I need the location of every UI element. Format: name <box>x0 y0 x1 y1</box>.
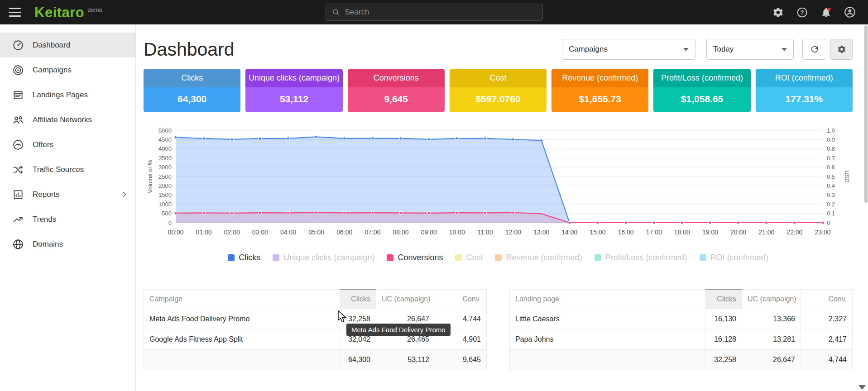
column-header-conv[interactable]: Conv. <box>801 289 853 309</box>
svg-text:0.9: 0.9 <box>827 136 835 143</box>
svg-text:14:00: 14:00 <box>561 229 577 236</box>
legend-label: Clicks <box>239 253 260 262</box>
svg-text:0.6: 0.6 <box>827 164 835 171</box>
column-header-clicks[interactable]: Clicks <box>706 289 742 309</box>
metric-card-value: 9,645 <box>348 87 445 112</box>
offers-icon <box>12 139 24 151</box>
column-header-uc-campaign[interactable]: UC (campaign) <box>742 289 801 309</box>
total-cell: 26,647 <box>742 350 801 370</box>
svg-text:4500: 4500 <box>158 136 172 143</box>
svg-text:00:00: 00:00 <box>168 229 183 236</box>
svg-text:12:00: 12:00 <box>505 229 521 236</box>
svg-text:03:00: 03:00 <box>252 229 268 236</box>
metric-card-roi-confirmed[interactable]: ROI (confirmed)177.31% <box>756 69 853 112</box>
metric-card-label: Clicks <box>144 69 240 87</box>
scroll-down-arrow-icon[interactable] <box>858 385 866 390</box>
sidebar-item-label: Dashboard <box>33 41 70 50</box>
legend-swatch <box>228 254 235 261</box>
refresh-button[interactable] <box>802 39 826 60</box>
page-title: Dashboard <box>144 39 235 60</box>
sidebar-item-reports[interactable]: Reports <box>0 182 135 207</box>
legend-swatch <box>273 254 279 261</box>
metric-card-cost[interactable]: Cost$597.0760 <box>450 69 547 112</box>
legend-label: Cost <box>466 253 483 262</box>
column-header-landing-page[interactable]: Landing page <box>510 289 706 309</box>
metric-card-value: $597.0760 <box>450 87 547 112</box>
svg-text:15:00: 15:00 <box>590 229 605 236</box>
total-cell: 64,300 <box>340 350 376 370</box>
legend-label: Unique clicks (campaign) <box>283 253 374 262</box>
chart-legend: ClicksUnique clicks (campaign)Conversion… <box>144 250 853 265</box>
legend-item-conversions[interactable]: Conversions <box>387 253 443 262</box>
svg-text:08:00: 08:00 <box>393 229 409 236</box>
legend-item-roi-confirmed[interactable]: ROI (confirmed) <box>700 253 768 262</box>
table-row[interactable]: Little Caesars16,13013,3662,327 <box>510 309 853 329</box>
svg-text:0.5: 0.5 <box>827 173 835 180</box>
hamburger-menu-button[interactable] <box>9 7 23 18</box>
help-icon[interactable]: ? <box>796 6 808 19</box>
sidebar-item-label: Trends <box>33 215 56 224</box>
sidebar-item-domains[interactable]: Domains <box>0 232 135 257</box>
logo[interactable]: Keitaro demo <box>34 5 102 19</box>
metric-card-label: ROI (confirmed) <box>756 69 853 87</box>
metric-card-label: Unique clicks (campaign) <box>245 69 342 87</box>
search-box <box>326 4 543 21</box>
metric-card-unique-clicks-campaign[interactable]: Unique clicks (campaign)53,112 <box>245 69 342 112</box>
sidebar-item-trends[interactable]: Trends <box>0 207 135 232</box>
chevron-down-icon <box>683 48 689 51</box>
settings-gear-icon[interactable] <box>772 6 784 19</box>
column-header-conv[interactable]: Conv. <box>435 289 487 309</box>
column-header-campaign[interactable]: Campaign <box>144 289 340 309</box>
landing-pages-icon <box>12 89 24 101</box>
account-avatar-icon[interactable] <box>844 6 856 19</box>
row-name-cell: Meta Ads Food Delivery Promo <box>144 309 340 329</box>
legend-swatch <box>700 254 706 261</box>
metric-card-revenue-confirmed[interactable]: Revenue (confirmed)$1,655.73 <box>551 69 648 112</box>
svg-text:2000: 2000 <box>158 182 172 189</box>
sidebar-item-campaigns[interactable]: Campaigns <box>0 57 135 82</box>
column-header-clicks[interactable]: Clicks <box>340 289 376 309</box>
svg-text:11:00: 11:00 <box>477 229 493 236</box>
svg-text:22:00: 22:00 <box>786 229 802 236</box>
svg-text:01:00: 01:00 <box>196 229 212 236</box>
notifications-bell-icon[interactable] <box>820 6 832 19</box>
row-value-cell: 2,327 <box>801 309 853 329</box>
date-range-select[interactable]: Today <box>706 39 794 60</box>
dashboard-icon <box>12 39 24 51</box>
sidebar-item-landings-pages[interactable]: Landings Pages <box>0 82 135 107</box>
sidebar-item-offers[interactable]: Offers <box>0 132 135 157</box>
metric-cards-row: Clicks64,300Unique clicks (campaign)53,1… <box>144 69 853 112</box>
svg-text:13:00: 13:00 <box>533 229 549 236</box>
legend-item-cost[interactable]: Cost <box>455 253 483 262</box>
sidebar-item-dashboard[interactable]: Dashboard <box>0 33 135 57</box>
totals-row: 32,25826,6474,744 <box>510 350 853 370</box>
svg-text:10:00: 10:00 <box>449 229 465 236</box>
search-input[interactable] <box>345 8 537 17</box>
legend-item-unique-clicks-campaign[interactable]: Unique clicks (campaign) <box>273 253 374 262</box>
column-header-uc-campaign[interactable]: UC (campaign) <box>376 289 435 309</box>
legend-item-revenue-confirmed[interactable]: Revenue (confirmed) <box>495 253 582 262</box>
legend-label: ROI (confirmed) <box>710 253 768 262</box>
traffic-sources-icon <box>12 164 24 176</box>
metric-card-conversions[interactable]: Conversions9,645 <box>348 69 445 112</box>
dashboard-settings-button[interactable] <box>830 39 853 60</box>
svg-text:1.0: 1.0 <box>827 127 835 134</box>
svg-text:1000: 1000 <box>158 201 172 208</box>
svg-text:23:00: 23:00 <box>815 229 830 236</box>
svg-text:2500: 2500 <box>158 173 172 180</box>
legend-item-profit-loss-confirmed[interactable]: Profit/Loss (confirmed) <box>595 253 687 262</box>
sidebar-item-traffic-sources[interactable]: Traffic Sources <box>0 157 135 182</box>
sidebar-item-affiliate-networks[interactable]: Affiliate Networks <box>0 107 135 132</box>
grouping-select-value: Campaigns <box>569 45 608 54</box>
row-name-cell: Papa Johns <box>510 329 706 350</box>
page-header: Dashboard Campaigns Today <box>144 38 853 61</box>
svg-text:?: ? <box>800 9 804 15</box>
legend-item-clicks[interactable]: Clicks <box>228 253 260 262</box>
metric-card-clicks[interactable]: Clicks64,300 <box>144 69 240 112</box>
scrollbar-thumb[interactable] <box>864 25 868 203</box>
table-row[interactable]: Papa Johns16,12813,2812,417 <box>510 329 853 350</box>
grouping-select[interactable]: Campaigns <box>562 39 695 60</box>
metric-card-profit-loss-confirmed[interactable]: Profit/Loss (confirmed)$1,058.65 <box>653 69 750 112</box>
app-root: Keitaro demo ? DashboardCampai <box>0 0 868 391</box>
svg-text:1500: 1500 <box>158 191 172 198</box>
